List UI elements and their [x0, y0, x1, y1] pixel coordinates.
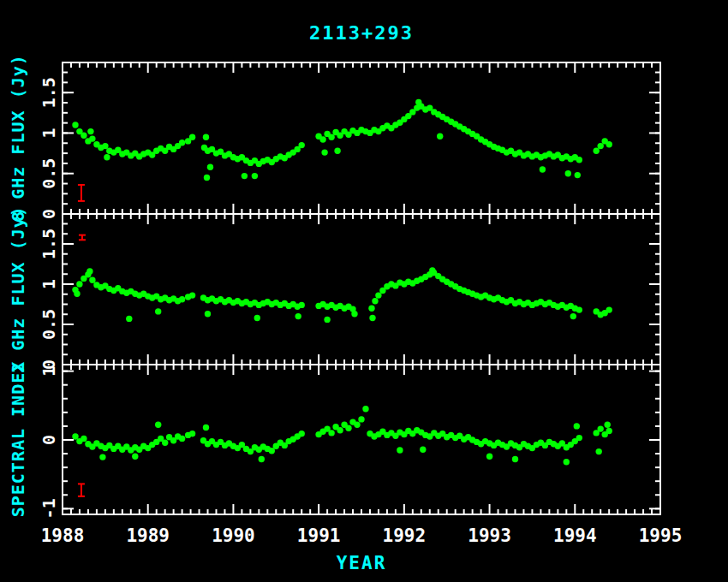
y-tick-label: 0.5	[39, 158, 59, 189]
y-tick-label: 1	[39, 366, 59, 377]
scatter-points	[72, 406, 612, 465]
axis-ticks	[63, 214, 660, 365]
y-tick-label: 1	[39, 279, 59, 289]
y-tick-label: 1	[39, 128, 59, 138]
x-tick-label: 1995	[639, 526, 683, 546]
panel-1: 00.511.5	[39, 62, 660, 219]
x-axis-title-year: YEAR	[63, 553, 660, 573]
error-bar	[79, 235, 86, 241]
x-tick-label: 1993	[468, 526, 511, 546]
x-tick-label: 1990	[212, 526, 255, 546]
x-tick-labels: 19881989199019911992199319941995	[41, 526, 683, 546]
error-bar	[78, 484, 85, 496]
y-tick-label: 1.5	[39, 77, 59, 108]
y-tick-label: 0	[39, 209, 59, 219]
x-tick-label: 1991	[297, 526, 341, 546]
y-tick-label: 0	[39, 435, 59, 445]
axis-ticks	[63, 365, 660, 514]
axis-ticks	[63, 62, 660, 214]
panel-3: -101	[39, 365, 660, 519]
panel-2: 00.511.5	[39, 214, 660, 370]
x-tick-label: 1988	[41, 526, 85, 546]
y-tick-label: 1.5	[39, 229, 59, 259]
y-tick-label: -1	[39, 498, 59, 519]
x-tick-label: 1994	[553, 526, 597, 546]
x-tick-label: 1992	[383, 526, 427, 546]
error-bar	[78, 185, 85, 201]
plot-area: 00.511.500.511.5-10119881989199019911992…	[0, 0, 728, 582]
x-tick-label: 1989	[126, 526, 170, 546]
scatter-points	[72, 267, 612, 323]
y-tick-label: 0.5	[39, 309, 59, 340]
light-curve-figure: 2113+293 8 GHz FLUX (Jy) 2 GHz FLUX (Jy)…	[0, 0, 728, 582]
scatter-points	[72, 99, 612, 181]
